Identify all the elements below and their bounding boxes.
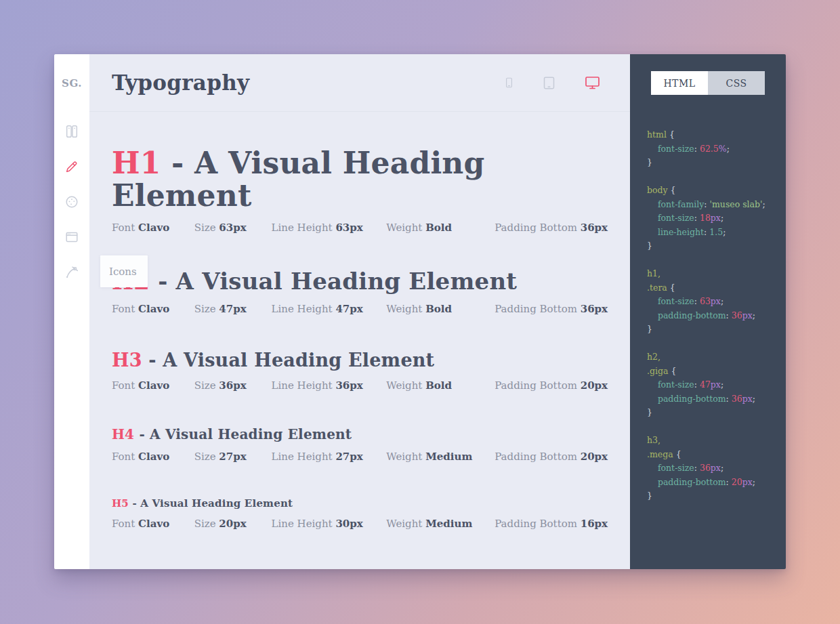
specimen-h5: H5 - A Visual Heading ElementFont ClavoS… <box>112 498 608 531</box>
meta-value: 20px <box>581 379 608 392</box>
sidebar-item-colors[interactable] <box>54 186 89 221</box>
meta-item: Padding Bottom 16px <box>495 518 608 530</box>
meta-value: 63px <box>219 222 246 234</box>
specimen-text: - A Visual Heading Element <box>150 268 517 295</box>
code-tabs: HTML CSS <box>651 71 765 95</box>
meta-label: Padding Bottom <box>495 379 581 392</box>
meta-item: Weight Bold <box>386 379 495 392</box>
meta-value: Bold <box>425 222 452 234</box>
code-line: .giga { <box>647 365 779 379</box>
code-line: html { <box>647 128 779 142</box>
meta-label: Weight <box>386 518 425 530</box>
desktop-icon <box>583 75 602 91</box>
specimen-meta: Font ClavoSize 20pxLine Height 30pxWeigh… <box>112 518 608 530</box>
desktop-preview-button[interactable] <box>583 75 602 91</box>
icons-tooltip: Icons <box>100 255 148 287</box>
specimen-list: H1 - A Visual Heading ElementFont ClavoS… <box>89 112 630 565</box>
code-line: .mega { <box>647 448 779 462</box>
code-line: h2, <box>647 350 779 365</box>
code-line: } <box>647 406 779 420</box>
meta-label: Line Height <box>271 518 335 530</box>
pencil-icon <box>64 159 79 177</box>
tablet-preview-button[interactable] <box>542 75 556 91</box>
code-line: padding-bottom: 20px; <box>647 476 779 490</box>
browser-window-icon <box>64 230 79 247</box>
specimen-meta: Font ClavoSize 27pxLine Height 27pxWeigh… <box>112 451 608 463</box>
meta-value: 30px <box>335 518 362 530</box>
meta-label: Font <box>112 303 138 315</box>
meta-value: Clavo <box>138 379 169 392</box>
tab-css[interactable]: CSS <box>708 71 765 95</box>
tab-html[interactable]: HTML <box>651 71 708 95</box>
specimen-h4: H4 - A Visual Heading ElementFont ClavoS… <box>112 427 608 463</box>
mobile-icon <box>503 75 515 91</box>
meta-value: Clavo <box>138 303 169 315</box>
specimen-text: - A Visual Heading Element <box>129 497 293 509</box>
meta-value: Clavo <box>138 222 169 234</box>
meta-value: 20px <box>581 451 608 463</box>
code-line <box>647 253 779 268</box>
meta-item: Padding Bottom 36px <box>495 303 608 315</box>
code-line <box>647 420 779 434</box>
code-line: } <box>647 323 779 337</box>
meta-label: Padding Bottom <box>495 222 581 234</box>
specimen-h1: H1 - A Visual Heading ElementFont ClavoS… <box>112 147 608 234</box>
code-line: font-size: 62.5%; <box>647 142 779 157</box>
meta-item: Padding Bottom 20px <box>495 379 608 392</box>
meta-label: Padding Bottom <box>495 303 581 315</box>
specimen-heading: H1 - A Visual Heading Element <box>112 147 608 213</box>
meta-item: Size 47px <box>194 303 272 315</box>
code-line: } <box>647 489 779 503</box>
device-toggle <box>503 75 602 91</box>
code-line: } <box>647 156 779 170</box>
meta-item: Size 20px <box>194 518 272 530</box>
styleguide-window: SG. <box>54 54 786 569</box>
specimen-tag: H3 <box>112 350 142 371</box>
meta-label: Font <box>112 222 138 234</box>
meta-item: Size 36px <box>194 379 272 392</box>
sidebar-item-typography[interactable] <box>54 150 89 186</box>
meta-label: Size <box>194 379 219 392</box>
meta-value: 36px <box>581 222 608 234</box>
specimen-text: - A Visual Heading Element <box>134 426 352 442</box>
meta-value: Bold <box>425 303 452 315</box>
meta-label: Size <box>194 303 219 315</box>
meta-item: Padding Bottom 36px <box>495 222 608 234</box>
sidebar-item-icons[interactable] <box>54 256 89 291</box>
meta-value: 36px <box>581 303 608 315</box>
sidebar-item-swatches[interactable] <box>54 115 89 150</box>
code-line: font-size: 18px; <box>647 211 779 226</box>
meta-value: 36px <box>335 379 362 392</box>
meta-item: Size 63px <box>194 222 272 234</box>
meta-label: Font <box>112 379 138 392</box>
meta-label: Weight <box>386 303 425 315</box>
meta-value: Clavo <box>138 518 169 530</box>
palette-icon <box>64 194 79 212</box>
meta-label: Line Height <box>271 379 335 392</box>
main-content: Typography <box>89 54 630 569</box>
meta-label: Line Height <box>271 451 335 463</box>
code-line: font-size: 63px; <box>647 295 779 309</box>
meta-item: Line Height 30px <box>271 518 386 530</box>
code-panel-header: HTML CSS <box>630 54 786 112</box>
sidebar-item-layout[interactable] <box>54 221 89 256</box>
specimen-heading: H3 - A Visual Heading Element <box>112 350 608 371</box>
meta-value: 63px <box>335 222 362 234</box>
main-header: Typography <box>89 54 630 112</box>
code-line: h1, <box>647 267 779 281</box>
app-logo[interactable]: SG. <box>62 77 82 89</box>
tablet-icon <box>542 75 556 91</box>
specimen-tag: H1 <box>112 146 161 180</box>
meta-item: Font Clavo <box>112 222 194 234</box>
meta-value: Clavo <box>138 451 169 463</box>
specimen-meta: Font ClavoSize 36pxLine Height 36pxWeigh… <box>112 379 608 392</box>
code-line: line-height: 1.5; <box>647 226 779 240</box>
meta-value: 20px <box>219 518 246 530</box>
specimen-meta: Font ClavoSize 47pxLine Height 47pxWeigh… <box>112 303 608 315</box>
tooltip-label: Icons <box>109 266 137 278</box>
meta-value: Bold <box>425 379 452 392</box>
meta-label: Weight <box>386 379 425 392</box>
mobile-preview-button[interactable] <box>503 75 515 91</box>
meta-label: Weight <box>386 222 425 234</box>
specimen-tag: H5 <box>112 497 129 509</box>
